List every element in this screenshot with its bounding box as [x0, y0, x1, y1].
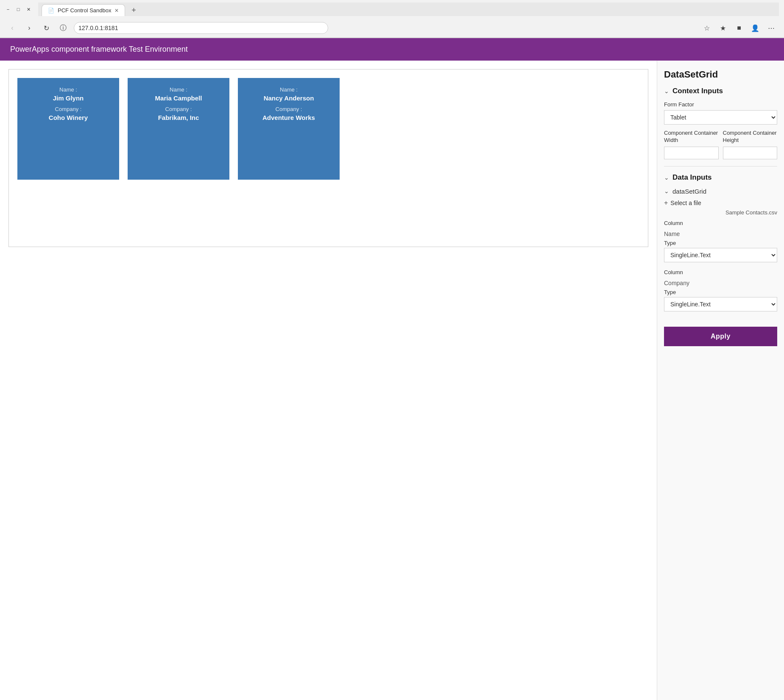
card-2-company-label: Company : — [165, 106, 192, 112]
title-bar: − □ ✕ 📄 PCF Control Sandbox ✕ + — [0, 0, 784, 19]
collections-icon[interactable]: ★ — [716, 21, 730, 35]
column-2-label: Column — [664, 269, 777, 275]
card-2-name-value: Maria Campbell — [155, 94, 202, 102]
app-header: PowerApps component framework Test Envir… — [0, 38, 784, 61]
context-inputs-chevron: ⌄ — [664, 88, 669, 94]
file-name: Sample Contacts.csv — [664, 209, 777, 216]
app-header-title: PowerApps component framework Test Envir… — [10, 45, 188, 53]
container-height-label: Component Container Height — [723, 130, 778, 144]
menu-icon[interactable]: ⋯ — [764, 21, 778, 35]
dataset-subheader[interactable]: ⌄ dataSetGrid — [664, 188, 777, 195]
right-panel: DataSetGrid ⌄ Context Inputs Form Factor… — [657, 61, 784, 700]
data-inputs-title: Data Inputs — [672, 173, 712, 182]
card-1[interactable]: Name : Jim Glynn Company : Coho Winery — [17, 78, 119, 180]
browser-chrome: − □ ✕ 📄 PCF Control Sandbox ✕ + ‹ › ↻ ⓘ … — [0, 0, 784, 38]
left-panel: Name : Jim Glynn Company : Coho Winery N… — [0, 61, 657, 700]
context-inputs-header[interactable]: ⌄ Context Inputs — [664, 87, 777, 95]
card-3-name-label: Name : — [280, 86, 298, 93]
dataset-chevron: ⌄ — [664, 188, 669, 194]
card-2-company-value: Fabrikam, Inc — [158, 114, 199, 121]
active-tab[interactable]: 📄 PCF Control Sandbox ✕ — [42, 4, 125, 16]
type-1-label: Type — [664, 240, 777, 246]
minimize-button[interactable]: − — [5, 6, 11, 12]
card-3-company-label: Company : — [276, 106, 302, 112]
data-inputs-section: ⌄ Data Inputs ⌄ dataSetGrid + Select a f… — [664, 173, 777, 311]
container-width-label: Component Container Width — [664, 130, 719, 144]
cards-container: Name : Jim Glynn Company : Coho Winery N… — [8, 69, 648, 247]
tab-bar: 📄 PCF Control Sandbox ✕ + — [38, 3, 779, 16]
panel-title: DataSetGrid — [664, 69, 777, 80]
apply-button[interactable]: Apply — [664, 327, 777, 346]
container-height-input[interactable] — [723, 147, 778, 159]
tab-close-icon[interactable]: ✕ — [114, 8, 119, 14]
card-1-company-value: Coho Winery — [49, 114, 88, 121]
column-1-value: Name — [664, 228, 777, 240]
data-inputs-header[interactable]: ⌄ Data Inputs — [664, 173, 777, 182]
card-1-name-value: Jim Glynn — [53, 94, 84, 102]
select-file-label: Select a file — [670, 200, 701, 206]
container-inputs: Component Container Width Component Cont… — [664, 130, 777, 159]
context-inputs-section: ⌄ Context Inputs Form Factor Tablet Phon… — [664, 87, 777, 159]
star-outline-icon[interactable]: ☆ — [700, 21, 714, 35]
column-2-block: Column Company Type SingleLine.Text Mult… — [664, 269, 777, 311]
extensions-icon[interactable]: ■ — [732, 21, 746, 35]
data-inputs-chevron: ⌄ — [664, 174, 669, 181]
card-3[interactable]: Name : Nancy Anderson Company : Adventur… — [238, 78, 340, 180]
card-3-company-value: Adventure Works — [262, 114, 315, 121]
address-input[interactable] — [74, 22, 328, 34]
dataset-label: dataSetGrid — [672, 188, 706, 195]
context-inputs-title: Context Inputs — [672, 87, 723, 95]
container-width-group: Component Container Width — [664, 130, 719, 159]
info-icon: ⓘ — [57, 22, 70, 34]
window-controls: − □ ✕ — [5, 6, 31, 12]
card-2[interactable]: Name : Maria Campbell Company : Fabrikam… — [128, 78, 229, 180]
column-1-label: Column — [664, 220, 777, 226]
form-factor-select[interactable]: Tablet Phone Web — [664, 110, 777, 125]
tab-title: PCF Control Sandbox — [58, 7, 111, 14]
profile-icon[interactable]: 👤 — [748, 21, 762, 35]
select-file-row[interactable]: + Select a file — [664, 199, 777, 207]
card-1-name-label: Name : — [59, 86, 77, 93]
card-1-company-label: Company : — [55, 106, 82, 112]
reload-button[interactable]: ↻ — [40, 22, 53, 34]
main-layout: Name : Jim Glynn Company : Coho Winery N… — [0, 61, 784, 700]
back-button[interactable]: ‹ — [6, 22, 19, 34]
column-2-value: Company — [664, 277, 777, 289]
maximize-button[interactable]: □ — [15, 6, 21, 12]
new-tab-button[interactable]: + — [128, 4, 140, 16]
container-width-input[interactable] — [664, 147, 719, 159]
section-divider — [664, 166, 777, 167]
card-2-name-label: Name : — [170, 86, 187, 93]
tab-icon: 📄 — [48, 8, 54, 14]
card-3-name-value: Nancy Anderson — [264, 94, 314, 102]
type-2-select[interactable]: SingleLine.Text MultiLine.Text Whole.Non… — [664, 297, 777, 311]
forward-button[interactable]: › — [23, 22, 36, 34]
plus-icon: + — [664, 199, 668, 207]
type-1-select[interactable]: SingleLine.Text MultiLine.Text Whole.Non… — [664, 248, 777, 262]
form-factor-label: Form Factor — [664, 101, 777, 108]
type-2-label: Type — [664, 289, 777, 295]
close-button[interactable]: ✕ — [25, 6, 31, 12]
address-bar: ‹ › ↻ ⓘ ☆ ★ ■ 👤 ⋯ — [0, 19, 784, 38]
toolbar-right: ☆ ★ ■ 👤 ⋯ — [700, 21, 778, 35]
container-height-group: Component Container Height — [723, 130, 778, 159]
dataset-subsection: ⌄ dataSetGrid + Select a file Sample Con… — [664, 188, 777, 311]
column-1-block: Column Name Type SingleLine.Text MultiLi… — [664, 220, 777, 262]
